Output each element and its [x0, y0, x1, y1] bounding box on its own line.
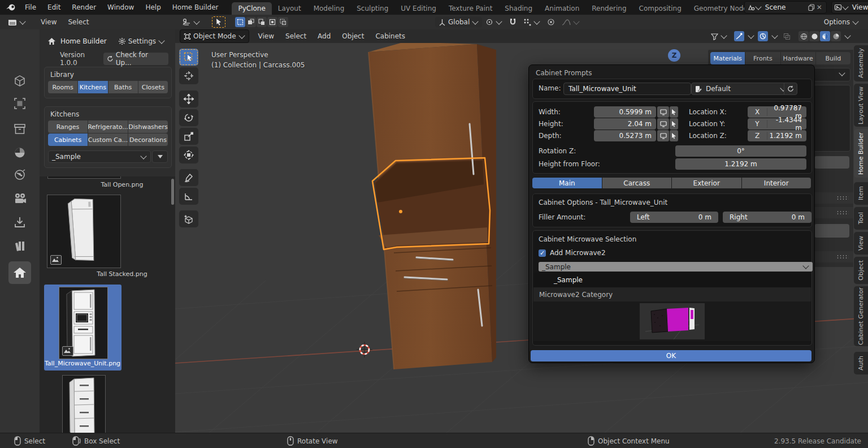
workspace-tab-rendering[interactable]: Rendering [585, 2, 632, 15]
mode-dropdown[interactable]: Object Mode [180, 29, 249, 43]
download-icon[interactable] [14, 216, 26, 229]
width-driver-button[interactable] [657, 106, 669, 118]
dropdown-list-item-sample[interactable]: _Sample [533, 276, 583, 284]
filler-right-field[interactable]: Right0 m [723, 212, 811, 223]
category-tab-refrigerators[interactable]: Refrigerato... [88, 120, 128, 133]
filler-left-field[interactable]: Left0 m [630, 212, 718, 223]
microwave-sample-dropdown[interactable]: _Sample [539, 262, 813, 272]
library-tab-baths[interactable]: Baths [108, 81, 138, 93]
dialog-tab-interior[interactable]: Interior [742, 178, 811, 188]
scene-icon[interactable] [747, 4, 755, 11]
dialog-tab-main[interactable]: Main [532, 178, 602, 188]
menu-edit[interactable]: Edit [42, 3, 66, 11]
workspace-tab-animation[interactable]: Animation [539, 2, 585, 15]
shading-rendered-icon[interactable] [831, 31, 841, 41]
chevron-down-icon[interactable] [748, 32, 754, 38]
tool-measure[interactable] [179, 188, 198, 205]
microwave-category-header[interactable]: Microwave2 Category [533, 287, 811, 301]
viewport-menu-view[interactable]: View [253, 32, 280, 40]
blender-logo-icon[interactable] [6, 3, 16, 11]
books-icon[interactable] [14, 240, 26, 252]
tool-cursor[interactable] [179, 67, 198, 84]
settings-dropdown[interactable]: Settings [115, 36, 168, 46]
microwave-preview-image[interactable] [640, 303, 705, 339]
show-gizmo-filter-dropdown[interactable] [708, 32, 731, 41]
ok-button[interactable]: OK [531, 350, 811, 361]
chevron-down-icon[interactable] [771, 32, 778, 38]
chevron-down-icon[interactable] [755, 3, 761, 10]
location-z-field[interactable]: Z1.2192 m [748, 130, 806, 141]
workspace-tab-shading[interactable]: Shading [498, 2, 539, 15]
workspace-tab-uv-editing[interactable]: UV Editing [394, 2, 442, 15]
z-axis-gizmo-badge[interactable]: Z [668, 49, 680, 62]
library-tab-kitchens[interactable]: Kitchens [78, 81, 107, 93]
proportional-editing-button[interactable] [544, 17, 558, 27]
gizmos-toggle-icon[interactable] [734, 31, 744, 41]
tool-scale[interactable] [179, 128, 198, 145]
overlays-toggle-icon[interactable] [758, 31, 768, 41]
active-tool-box-select-button[interactable] [211, 16, 226, 28]
browser-menu-select[interactable]: Select [62, 18, 94, 26]
asset-thumb-tall-open-partial[interactable] [47, 176, 121, 179]
dialog-tab-exterior[interactable]: Exterior [672, 178, 741, 188]
side-tab-assembly[interactable]: Assembly [854, 45, 868, 81]
tab-build[interactable]: Build [816, 52, 850, 64]
preset-refresh-button[interactable] [784, 83, 797, 95]
object-library-cube-icon[interactable] [14, 75, 26, 87]
select-mode-extend-icon[interactable] [246, 17, 256, 27]
side-tab-item[interactable]: Item [854, 182, 868, 205]
scene-name[interactable]: Scene [762, 3, 808, 11]
height-select-button[interactable] [670, 118, 678, 130]
home-library-button[interactable] [8, 261, 31, 284]
category-extra-dropdown[interactable] [152, 150, 168, 163]
viewport-menu-object[interactable]: Object [336, 32, 370, 40]
side-tab-object[interactable]: Object [854, 257, 868, 284]
menu-render[interactable]: Render [66, 3, 102, 11]
asset-label-tall-stacked[interactable]: Tall Stacked.png [66, 270, 175, 278]
asset-thumb-tall-stacked[interactable] [47, 195, 121, 268]
render-region-icon[interactable] [14, 97, 26, 110]
height-driver-button[interactable] [657, 118, 669, 130]
transform-orientation-dropdown[interactable]: Global [435, 17, 482, 27]
check-update-button[interactable]: Check for Up... [103, 53, 168, 65]
select-mode-new-icon[interactable] [235, 17, 245, 27]
camera-icon[interactable] [14, 192, 26, 205]
chevron-down-icon[interactable] [842, 3, 848, 10]
location-y-field[interactable]: Y-1.4344 m [748, 118, 806, 130]
menu-file[interactable]: File [19, 3, 42, 11]
tool-move[interactable] [179, 91, 198, 107]
name-input[interactable]: Tall_Microwave_Unit [563, 83, 691, 95]
browser-menu-view[interactable]: View [35, 18, 62, 26]
side-tab-view[interactable]: View [854, 232, 868, 255]
asset-label-tall-open[interactable]: Tall Open.png [66, 181, 175, 188]
archive-box-icon[interactable] [14, 123, 26, 135]
material-sphere-icon[interactable] [14, 147, 26, 159]
sample-category-dropdown[interactable]: _Sample [48, 150, 151, 163]
menu-window[interactable]: Window [102, 3, 140, 11]
tool-select-box[interactable] [179, 49, 198, 66]
options-dropdown[interactable]: Options [821, 17, 862, 27]
category-tab-custom[interactable]: Custom Ca... [88, 133, 128, 146]
shading-wireframe-icon[interactable] [798, 31, 809, 41]
side-tab-home-builder[interactable]: Home Builder [854, 129, 868, 178]
tool-annotate[interactable] [179, 169, 198, 186]
side-tab-layout-view[interactable]: Layout View [854, 84, 868, 127]
side-tab-cabinet-generator[interactable]: Cabinet Generator [854, 286, 868, 346]
select-mode-subtract-icon[interactable] [257, 17, 267, 27]
viewport-menu-cabinets[interactable]: Cabinets [370, 32, 411, 40]
rotation-z-field[interactable]: 0° [675, 145, 806, 157]
xray-toggle-icon[interactable] [782, 31, 792, 41]
copy-icon[interactable] [808, 4, 815, 11]
side-tab-auth[interactable]: Auth [854, 352, 868, 374]
add-microwave-checkbox-row[interactable]: ✓ Add Microwave2 [539, 249, 606, 257]
workspace-tab-sculpting[interactable]: Sculpting [350, 2, 394, 15]
checkbox-checked-icon[interactable]: ✓ [539, 249, 546, 257]
workspace-tab-modeling[interactable]: Modeling [307, 2, 351, 15]
tab-fronts[interactable]: Fronts [745, 52, 780, 64]
workspace-tab-geometry-nodes[interactable]: Geometry Nodes [688, 2, 744, 15]
category-tab-dishwashers[interactable]: Dishwashers [128, 120, 168, 133]
height-from-floor-field[interactable]: 1.2192 m [675, 158, 806, 170]
preset-dropdown[interactable]: Default [691, 83, 791, 95]
tool-rotate[interactable] [179, 109, 198, 126]
library-tab-closets[interactable]: Closets [138, 81, 168, 93]
